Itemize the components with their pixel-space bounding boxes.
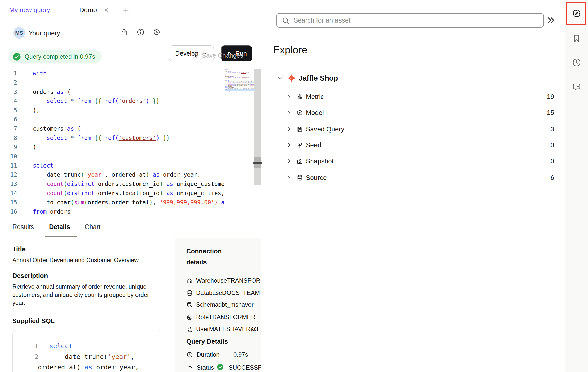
history-icon[interactable] (149, 24, 165, 40)
chevron-right-icon[interactable] (286, 142, 292, 148)
chevron-down-icon[interactable] (276, 75, 283, 81)
rail-compass-button[interactable] (565, 0, 588, 27)
item-count: 19 (547, 93, 554, 101)
code-line: select * from {{ ref('orders') }} (33, 96, 160, 106)
share-icon[interactable] (116, 24, 132, 40)
tab-chart[interactable]: Chart (85, 223, 100, 231)
search-icon (282, 17, 289, 24)
connection-details-heading: Connection details (186, 245, 237, 268)
explore-item-source[interactable]: Source6 (262, 172, 554, 184)
duration-row: Duration 0.97s (186, 351, 261, 358)
minimap-line: order by (225, 91, 254, 92)
tab-label: Demo (79, 6, 97, 14)
sql-line-number: 1 (23, 341, 38, 351)
code-line: with (33, 69, 47, 78)
success-check-icon (13, 53, 21, 61)
code-line: select (33, 161, 53, 170)
chevron-right-icon[interactable] (286, 110, 292, 116)
save-changes-button[interactable]: Save Changes (192, 52, 243, 59)
chevron-right-icon[interactable] (286, 158, 292, 164)
new-tab-button[interactable] (117, 0, 135, 20)
item-label: Metric (306, 93, 324, 101)
connection-database: DatabaseDOCS_TEAM_ (186, 288, 261, 298)
code-line: count(distinct orders.location_id) as un… (33, 189, 225, 198)
tab-my-new-query[interactable]: My new query (0, 0, 70, 20)
title-label: Title (12, 245, 26, 253)
selected-tool-highlight (566, 2, 586, 25)
clock-icon (572, 58, 581, 67)
explore-root-jaffle-shop[interactable]: Jaffle Shop (262, 72, 554, 84)
connection-value: Schemadbt_mshaver (196, 301, 254, 308)
tab-label: My new query (9, 6, 50, 14)
code-area[interactable]: withorders as ( select * from {{ ref('or… (0, 63, 225, 217)
code-line: ), (33, 106, 40, 115)
chat-sparkle-icon (572, 82, 581, 92)
sql-code-editor[interactable]: 12345678910111213141516 withorders as ( … (0, 63, 262, 217)
status-label: Status (197, 364, 214, 371)
saved-query-icon (296, 126, 303, 133)
rail-clock-button[interactable] (565, 50, 588, 75)
info-icon[interactable] (133, 24, 148, 40)
item-count: 0 (551, 141, 554, 149)
right-icon-rail (565, 0, 588, 372)
connection-warehouse: WarehouseTRANSFORMING (186, 276, 261, 286)
asset-search-input[interactable]: Search for an asset (276, 13, 544, 28)
status-value: SUCCESSFUL (229, 364, 262, 371)
connection-value: DatabaseDOCS_TEAM_ (196, 289, 261, 296)
item-count: 6 (551, 174, 554, 182)
explore-item-saved-query[interactable]: Saved Query3 (262, 123, 554, 135)
rail-bookmark-button[interactable] (565, 27, 588, 50)
duration-label: Duration (197, 351, 220, 358)
seed-icon (296, 142, 303, 149)
duration-clock-icon (186, 351, 193, 358)
query-status-pill: Query completed in 0.97s (9, 50, 102, 63)
close-icon[interactable] (103, 7, 109, 13)
editor-minimap[interactable]: with orders as ( select * from {{ ref('o… (225, 69, 254, 211)
code-line: customers as ( (33, 124, 81, 133)
code-line: to_char(sum(orders.order_total), '999,99… (33, 198, 225, 207)
code-line: select * from {{ ref('customers') }} (33, 133, 170, 142)
code-line: from orders (33, 207, 71, 216)
source-icon (296, 174, 303, 181)
item-label: Saved Query (306, 125, 344, 133)
close-icon[interactable] (57, 7, 62, 13)
user-icon (186, 326, 193, 333)
chevron-right-icon[interactable] (286, 175, 292, 181)
chevron-right-icon[interactable] (286, 94, 292, 100)
sql-line: date_trunc('year', (49, 351, 135, 362)
item-label: Snapshot (306, 157, 334, 165)
description-label: Description (12, 272, 48, 279)
item-label: Seed (306, 141, 321, 149)
tab-results[interactable]: Results (12, 223, 34, 231)
query-details-heading: Query Details (186, 338, 228, 345)
duration-value: 0.97s (233, 351, 248, 358)
status-row: Status SUCCESSFUL (186, 364, 262, 372)
explore-item-seed[interactable]: Seed0 (262, 139, 554, 151)
tab-demo[interactable]: Demo (70, 0, 117, 20)
query-status-text: Query completed in 0.97s (25, 53, 95, 60)
pane-resize-grip[interactable] (253, 162, 262, 164)
tab-details[interactable]: Details (49, 223, 70, 231)
home-icon (186, 277, 193, 284)
explore-item-metric[interactable]: Metric19 (262, 91, 554, 103)
rail-chat-sparkle-button[interactable] (565, 75, 588, 98)
tab-bar: My new query Demo (0, 0, 262, 20)
chevron-right-icon[interactable] (286, 126, 292, 132)
code-line: ) (33, 142, 36, 152)
explore-item-snapshot[interactable]: Snapshot0 (262, 155, 554, 167)
title-value: Annual Order Revenue and Customer Overvi… (12, 257, 139, 264)
model-icon (296, 109, 303, 116)
save-icon (192, 52, 199, 59)
collapse-panel-icon[interactable] (546, 15, 557, 26)
minimap-line: select * from {{ ref('customers') }} (225, 77, 254, 78)
role-icon (186, 314, 193, 321)
connection-value: UserMATT.SHAVER@FISHTOWN (196, 326, 261, 333)
code-line: orders as ( (33, 87, 71, 96)
explore-item-model[interactable]: Model15 (262, 107, 554, 119)
item-label: Source (306, 174, 327, 182)
metric-icon (296, 93, 303, 100)
sql-line: select (49, 341, 73, 351)
save-changes-label: Save Changes (202, 52, 243, 59)
connection-role: RoleTRANSFORMER (186, 312, 261, 322)
results-tab-bar: Results Details Chart (0, 217, 262, 237)
